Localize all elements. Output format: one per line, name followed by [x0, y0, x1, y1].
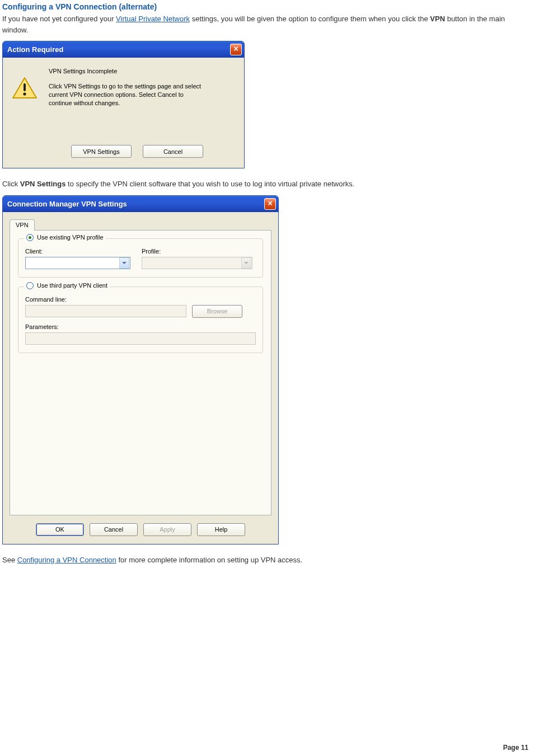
configuring-vpn-link[interactable]: Configuring a VPN Connection	[17, 556, 116, 564]
apply-button[interactable]: Apply	[143, 523, 191, 536]
footer-pre: See	[2, 556, 17, 564]
vpn-settings-button[interactable]: VPN Settings	[71, 145, 132, 158]
close-icon: ×	[233, 44, 238, 53]
page-title: Configuring a VPN Connection (alternate)	[2, 2, 532, 11]
command-line-input[interactable]	[25, 305, 186, 317]
chevron-down-icon	[241, 257, 251, 269]
cancel-button[interactable]: Cancel	[90, 523, 138, 536]
intro-paragraph: If you have not yet configured your Virt…	[2, 13, 530, 35]
group-third-party: Use third party VPN client Command line:…	[18, 287, 263, 353]
mid-post: to specify the VPN client software that …	[65, 180, 354, 188]
radio-existing-profile[interactable]	[26, 234, 34, 241]
client-dropdown[interactable]	[25, 257, 130, 269]
help-button[interactable]: Help	[197, 523, 245, 536]
vpn-settings-dialog: Connection Manager VPN Settings × VPN Us…	[2, 195, 279, 544]
mid-pre: Click	[2, 180, 20, 188]
ar-heading-text: VPN Settings Incomplete	[49, 68, 207, 74]
close-button[interactable]: ×	[230, 44, 242, 55]
dialog-title: Connection Manager VPN Settings	[7, 200, 264, 208]
tab-vpn[interactable]: VPN	[10, 219, 35, 231]
parameters-label: Parameters:	[25, 323, 256, 330]
intro-mid: settings, you will be given the option t…	[190, 15, 430, 23]
client-label: Client:	[25, 248, 137, 255]
ok-button[interactable]: OK	[36, 523, 84, 536]
dialog-titlebar: Action Required ×	[3, 41, 244, 58]
action-required-dialog: Action Required × VPN Settings Incomplet…	[2, 41, 245, 168]
vpn-link[interactable]: Virtual Private Network	[116, 15, 190, 23]
command-line-label: Command line:	[25, 296, 256, 303]
cancel-button[interactable]: Cancel	[143, 145, 203, 158]
intro-vpn-bold: VPN	[430, 15, 445, 23]
browse-button[interactable]: Browse	[192, 305, 242, 318]
svg-point-2	[23, 92, 26, 95]
radio-existing-profile-label: Use existing VPN profile	[37, 234, 104, 241]
dialog-titlebar: Connection Manager VPN Settings ×	[3, 196, 278, 212]
profile-dropdown[interactable]	[142, 257, 252, 269]
intro-pre: If you have not yet configured your	[2, 15, 116, 23]
profile-label: Profile:	[142, 248, 256, 255]
radio-third-party-label: Use third party VPN client	[37, 282, 107, 289]
svg-rect-1	[24, 83, 26, 91]
footer-post: for more complete information on setting…	[116, 556, 302, 564]
mid-bold: VPN Settings	[20, 180, 66, 188]
radio-third-party[interactable]	[26, 282, 34, 289]
dialog-title: Action Required	[7, 45, 230, 54]
ar-body-text: Click VPN Settings to go to the settings…	[49, 82, 207, 107]
close-icon: ×	[268, 199, 272, 208]
footer-paragraph: See Configuring a VPN Connection for mor…	[2, 555, 530, 566]
warning-icon	[12, 77, 38, 99]
close-button[interactable]: ×	[264, 198, 276, 210]
chevron-down-icon	[119, 257, 129, 269]
group-existing-profile: Use existing VPN profile Client: Profile…	[18, 238, 263, 278]
tab-panel: Use existing VPN profile Client: Profile…	[10, 230, 271, 515]
parameters-input[interactable]	[25, 332, 256, 345]
mid-paragraph: Click VPN Settings to specify the VPN cl…	[2, 179, 530, 190]
